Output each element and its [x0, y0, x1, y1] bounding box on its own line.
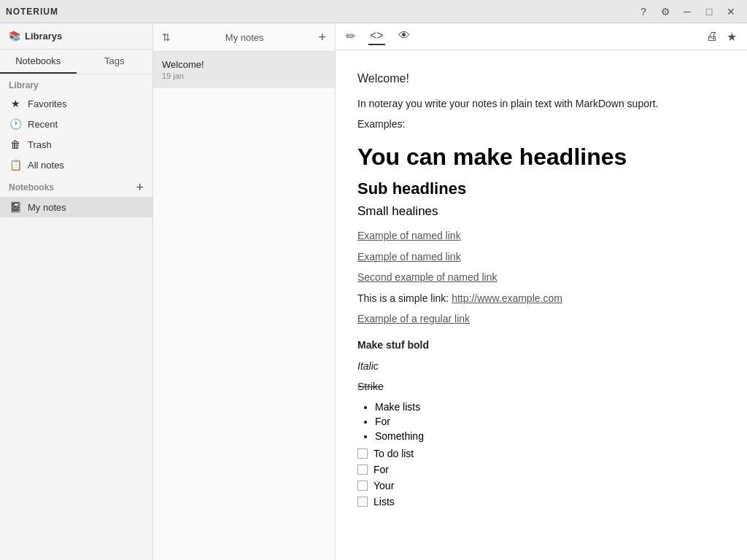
content-body: Welcome! In noteray you write your notes… — [336, 50, 747, 560]
notes-panel-header: ⇅ My notes + — [153, 23, 335, 52]
title-bar-controls: ? ⚙ ─ □ ✕ — [633, 4, 741, 20]
star-icon: ★ — [9, 98, 22, 109]
notebooks-section-label: Notebooks — [9, 182, 54, 192]
print-icon[interactable]: 🖨 — [705, 28, 719, 45]
note-intro: In noteray you write your notes in plain… — [357, 96, 725, 112]
checkbox-label-1: For — [374, 464, 389, 475]
note-title: Welcome! — [162, 59, 326, 70]
trash-icon: 🗑 — [9, 139, 22, 150]
add-notebook-button[interactable]: + — [136, 181, 144, 194]
sidebar-item-all-notes[interactable]: 📋 All notes — [0, 155, 152, 175]
link-2[interactable]: Example of named link — [357, 251, 461, 262]
sidebar-label-recent: Recent — [28, 119, 58, 130]
note-welcome-title: Welcome! — [357, 69, 725, 88]
checkbox-item-1: For — [357, 464, 725, 475]
link-3[interactable]: Second example of named link — [357, 271, 497, 283]
strike-label: Strike — [357, 381, 384, 392]
checkbox-0[interactable] — [357, 448, 368, 459]
preview-icon[interactable]: 👁 — [397, 28, 411, 45]
sidebar: 📚 Librarys Notebooks Tags Library ★ Favo… — [0, 23, 153, 560]
add-note-button[interactable]: + — [318, 31, 326, 44]
checkbox-3[interactable] — [357, 497, 368, 507]
checkbox-item-2: Your — [357, 480, 725, 491]
list-item: Something — [375, 430, 725, 442]
notes-panel: ⇅ My notes + Welcome! 19 jan — [153, 23, 336, 560]
all-notes-icon: 📋 — [9, 159, 22, 171]
sidebar-item-my-notes[interactable]: 📓 My notes — [0, 197, 152, 217]
regular-link[interactable]: Example of a regular link — [357, 313, 470, 324]
settings-button[interactable]: ⚙ — [655, 4, 676, 20]
link-1[interactable]: Example of named link — [357, 230, 461, 241]
notebook-icon: 📓 — [9, 201, 22, 213]
tab-tags[interactable]: Tags — [77, 50, 153, 74]
bold-label: Make stuf bold — [357, 339, 429, 351]
code-icon[interactable]: <> — [368, 28, 385, 45]
sidebar-label-favorites: Favorites — [28, 98, 66, 109]
sidebar-item-recent[interactable]: 🕐 Recent — [0, 114, 152, 134]
content-toolbar: ✏ <> 👁 🖨 ★ — [336, 23, 747, 50]
sidebar-item-favorites[interactable]: ★ Favorites — [0, 93, 152, 114]
list-item: Make lists — [375, 401, 725, 413]
help-button[interactable]: ? — [633, 4, 654, 20]
checkbox-label-3: Lists — [374, 496, 395, 508]
edit-icon[interactable]: ✏ — [344, 28, 357, 45]
checkbox-item-3: Lists — [357, 496, 725, 508]
note-h3: Small healines — [357, 204, 725, 219]
close-button[interactable]: ✕ — [721, 4, 741, 20]
note-h2: Sub headlines — [357, 179, 725, 198]
content-area: ✏ <> 👁 🖨 ★ Welcome! In noteray you write… — [336, 23, 747, 560]
sidebar-tabs: Notebooks Tags — [0, 50, 152, 74]
list-item: For — [375, 416, 725, 427]
library-section-label: Library — [0, 74, 152, 93]
tab-notebooks[interactable]: Notebooks — [0, 50, 77, 74]
sidebar-header: 📚 Librarys — [0, 23, 152, 50]
title-bar: NOTERIUM ? ⚙ ─ □ ✕ — [0, 0, 747, 23]
minimize-button[interactable]: ─ — [677, 4, 697, 20]
sidebar-label-all-notes: All notes — [28, 160, 64, 171]
library-label: Librarys — [25, 31, 62, 42]
sidebar-item-trash[interactable]: 🗑 Trash — [0, 134, 152, 155]
sidebar-label-trash: Trash — [28, 139, 52, 150]
checkbox-item-0: To do list — [357, 448, 725, 459]
app-body: 📚 Librarys Notebooks Tags Library ★ Favo… — [0, 23, 747, 560]
notebooks-section-header: Notebooks + — [0, 175, 152, 197]
toolbar-right: 🖨 ★ — [705, 28, 738, 45]
toolbar-icons: ✏ <> 👁 — [344, 28, 411, 45]
simple-link-url[interactable]: http://www.example.com — [452, 292, 562, 304]
maximize-button[interactable]: □ — [699, 4, 719, 20]
sort-icon[interactable]: ⇅ — [162, 31, 171, 43]
favorite-icon[interactable]: ★ — [725, 28, 738, 45]
checkbox-1[interactable] — [357, 464, 368, 475]
library-icon: 📚 — [9, 31, 20, 42]
clock-icon: 🕐 — [9, 118, 22, 130]
sidebar-label-my-notes: My notes — [28, 202, 66, 213]
simple-link-text: This is a simple link: http://www.exampl… — [357, 290, 725, 306]
note-examples-label: Examples: — [357, 116, 725, 132]
italic-label: Italic — [357, 360, 379, 372]
notes-panel-title: My notes — [225, 32, 264, 43]
note-date: 19 jan — [162, 71, 326, 80]
note-item-welcome[interactable]: Welcome! 19 jan — [153, 52, 335, 88]
checkbox-label-2: Your — [374, 480, 394, 491]
checkbox-2[interactable] — [357, 481, 368, 491]
bullet-list: Make lists For Something — [375, 401, 725, 442]
checkbox-label-0: To do list — [374, 448, 414, 459]
note-h1: You can make headlines — [357, 144, 725, 171]
app-title: NOTERIUM — [6, 7, 58, 17]
